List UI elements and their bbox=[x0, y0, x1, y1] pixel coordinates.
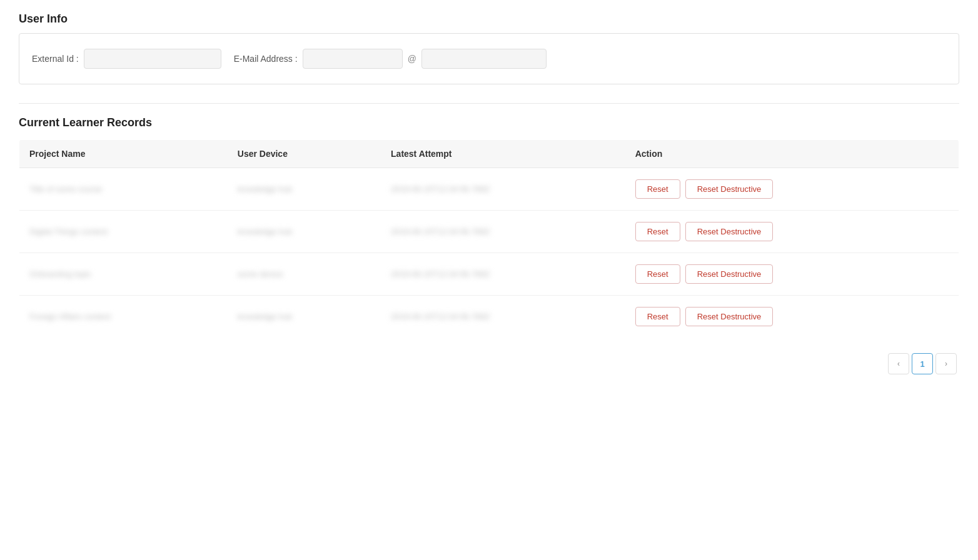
reset-button[interactable]: Reset bbox=[635, 264, 680, 284]
pagination-page-1-button[interactable]: 1 bbox=[912, 353, 933, 374]
cell-user-device: some device bbox=[228, 253, 381, 296]
reset-destructive-button[interactable]: Reset Destructive bbox=[685, 222, 774, 241]
reset-button[interactable]: Reset bbox=[635, 179, 680, 199]
reset-destructive-button[interactable]: Reset Destructive bbox=[685, 307, 774, 326]
pagination-prev-button[interactable]: ‹ bbox=[888, 353, 909, 374]
cell-action: ResetReset Destructive bbox=[625, 168, 959, 211]
cell-project-name: Foreign Affairs content bbox=[19, 296, 228, 338]
section-divider bbox=[19, 103, 959, 104]
email-group: E-Mail Address : @ bbox=[234, 49, 547, 69]
col-project-name: Project Name bbox=[19, 140, 228, 168]
cell-project-name: Digital Things content bbox=[19, 211, 228, 253]
action-buttons: ResetReset Destructive bbox=[635, 307, 949, 326]
reset-button[interactable]: Reset bbox=[635, 307, 680, 326]
cell-latest-attempt: 2019-06-15T12:34:56.789Z bbox=[381, 296, 625, 338]
cell-action: ResetReset Destructive bbox=[625, 211, 959, 253]
cell-action: ResetReset Destructive bbox=[625, 253, 959, 296]
reset-destructive-button[interactable]: Reset Destructive bbox=[685, 179, 774, 199]
cell-user-device: knowledge hub bbox=[228, 168, 381, 211]
cell-action: ResetReset Destructive bbox=[625, 296, 959, 338]
cell-project-name: Title of some course bbox=[19, 168, 228, 211]
table-header-row: Project Name User Device Latest Attempt … bbox=[19, 140, 959, 168]
external-id-group: External Id : bbox=[32, 49, 221, 69]
table-row: Title of some courseknowledge hub2019-06… bbox=[19, 168, 959, 211]
col-action: Action bbox=[625, 140, 959, 168]
email-label: E-Mail Address : bbox=[234, 54, 298, 64]
cell-latest-attempt: 2019-06-15T12:34:56.789Z bbox=[381, 211, 625, 253]
col-latest-attempt: Latest Attempt bbox=[381, 140, 625, 168]
learner-records-table: Project Name User Device Latest Attempt … bbox=[19, 139, 959, 338]
prev-arrow-icon: ‹ bbox=[897, 359, 900, 368]
cell-latest-attempt: 2019-06-15T12:34:56.789Z bbox=[381, 168, 625, 211]
pagination: ‹ 1 › bbox=[19, 353, 959, 374]
email-local-input[interactable] bbox=[303, 49, 403, 69]
external-id-label: External Id : bbox=[32, 54, 79, 64]
reset-button[interactable]: Reset bbox=[635, 222, 680, 241]
action-buttons: ResetReset Destructive bbox=[635, 179, 949, 199]
email-domain-input[interactable] bbox=[421, 49, 547, 69]
external-id-input[interactable] bbox=[84, 49, 221, 69]
user-info-fields: External Id : E-Mail Address : @ bbox=[32, 49, 946, 69]
user-info-title: User Info bbox=[19, 12, 959, 26]
action-buttons: ResetReset Destructive bbox=[635, 264, 949, 284]
reset-destructive-button[interactable]: Reset Destructive bbox=[685, 264, 774, 284]
cell-project-name: Onboarding topic bbox=[19, 253, 228, 296]
next-arrow-icon: › bbox=[945, 359, 947, 368]
user-info-box: External Id : E-Mail Address : @ bbox=[19, 33, 959, 84]
table-row: Onboarding topicsome device2019-06-15T12… bbox=[19, 253, 959, 296]
learner-records-section: Current Learner Records Project Name Use… bbox=[19, 116, 959, 374]
cell-user-device: knowledge hub bbox=[228, 211, 381, 253]
table-row: Foreign Affairs contentknowledge hub2019… bbox=[19, 296, 959, 338]
at-symbol: @ bbox=[408, 54, 416, 64]
user-info-section: User Info External Id : E-Mail Address :… bbox=[19, 12, 959, 84]
cell-user-device: knowledge hub bbox=[228, 296, 381, 338]
table-row: Digital Things contentknowledge hub2019-… bbox=[19, 211, 959, 253]
cell-latest-attempt: 2019-06-15T12:34:56.789Z bbox=[381, 253, 625, 296]
action-buttons: ResetReset Destructive bbox=[635, 222, 949, 241]
learner-records-title: Current Learner Records bbox=[19, 116, 959, 129]
pagination-next-button[interactable]: › bbox=[935, 353, 957, 374]
col-user-device: User Device bbox=[228, 140, 381, 168]
